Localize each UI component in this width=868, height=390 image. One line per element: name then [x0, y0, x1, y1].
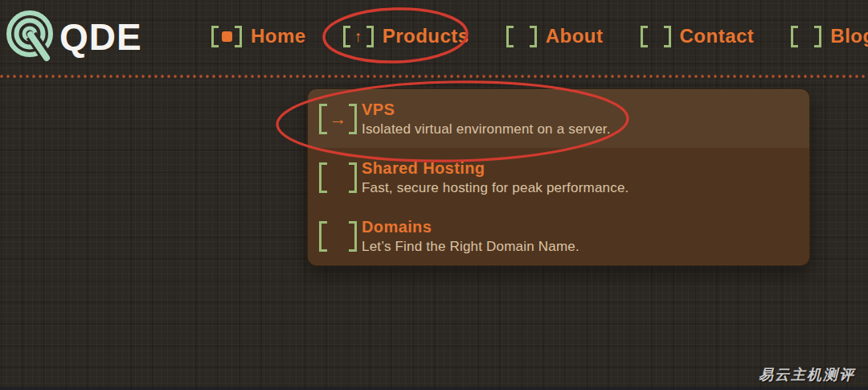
dotted-divider — [0, 75, 868, 78]
bracket-arrow-right-icon: → — [319, 104, 357, 134]
bracket-empty-icon — [319, 221, 357, 252]
arrow-right-icon: → — [330, 110, 347, 128]
dropdown-item-description: Fast, secure hosting for peak performanc… — [362, 180, 629, 196]
dropdown-item-title: VPS — [362, 101, 611, 119]
dropdown-item-vps[interactable]: → VPS Isolated virtual environment on a … — [308, 89, 809, 148]
watermark: 易云主机测评 — [759, 365, 855, 384]
bracket-empty-icon — [641, 26, 671, 47]
logo-q-icon — [6, 6, 53, 68]
logo-text: QDE — [59, 18, 142, 55]
nav-item-label: Home — [251, 25, 306, 47]
bracket-empty-icon — [319, 162, 357, 193]
square-icon — [222, 31, 232, 42]
nav-item-label: About — [546, 25, 604, 47]
dropdown-item-title: Domains — [362, 218, 579, 236]
products-dropdown: → VPS Isolated virtual environment on a … — [307, 88, 810, 266]
bracket-empty-icon — [506, 26, 537, 47]
dropdown-item-description: Let’s Find the Right Domain Name. — [362, 239, 579, 255]
arrow-up-icon: ↑ — [354, 29, 362, 44]
bottom-section-edge — [0, 387, 868, 390]
dropdown-item-description: Isolated virtual environment on a server… — [362, 121, 611, 138]
nav-item-contact[interactable]: Contact — [641, 25, 755, 47]
nav-item-blog[interactable]: Blog — [791, 25, 868, 47]
nav-item-home[interactable]: Home — [211, 25, 306, 47]
bracket-empty-icon — [791, 26, 821, 47]
bracket-arrow-up-icon: ↑ — [343, 26, 374, 47]
nav-item-label: Blog — [830, 25, 868, 47]
nav-item-products[interactable]: ↑ Products — [343, 25, 469, 47]
dropdown-item-title: Shared Hosting — [362, 159, 629, 178]
header: QDE Home ↑ Products About Contact Blog — [0, 0, 868, 72]
main-nav: Home ↑ Products About Contact Blog — [211, 0, 868, 72]
dropdown-item-shared-hosting[interactable]: Shared Hosting Fast, secure hosting for … — [308, 148, 809, 207]
dropdown-item-domains[interactable]: Domains Let’s Find the Right Domain Name… — [308, 207, 809, 265]
nav-item-about[interactable]: About — [506, 25, 604, 47]
nav-item-label: Products — [383, 25, 469, 47]
bracket-square-icon — [211, 26, 242, 47]
nav-item-label: Contact — [680, 25, 755, 47]
logo[interactable]: QDE — [6, 6, 142, 68]
page: QDE Home ↑ Products About Contact Blog — [0, 0, 868, 390]
